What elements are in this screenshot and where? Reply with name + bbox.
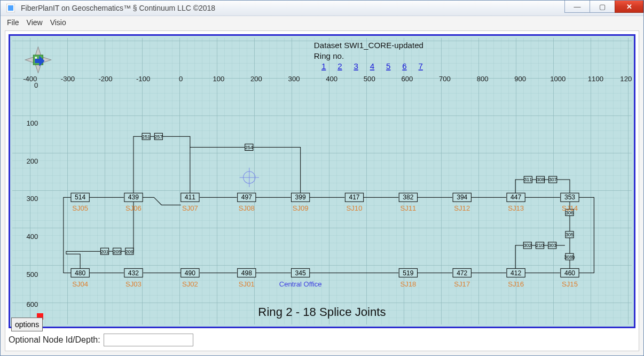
options-button[interactable]: options [11,318,43,331]
svg-text:700: 700 [439,75,451,83]
svg-text:SJ16: SJ16 [508,280,524,288]
svg-text:345: 345 [295,269,306,277]
ring-link-5[interactable]: 5 [386,61,390,71]
svg-text:417: 417 [349,194,359,201]
window-title: FiberPlanIT on Geoschematics™ § Continuu… [21,4,564,12]
svg-text:400: 400 [27,233,38,241]
svg-text:302: 302 [523,243,531,248]
svg-text:900: 900 [514,75,526,83]
menu-file[interactable]: File [7,18,19,27]
node-depth-input[interactable] [104,334,193,346]
svg-text:1200: 1200 [620,75,632,83]
svg-text:519: 519 [403,269,413,277]
svg-text:0: 0 [34,81,38,89]
ring-links: 1 2 3 4 5 6 7 [321,61,423,71]
svg-text:100: 100 [213,75,224,83]
svg-text:400: 400 [326,75,337,83]
svg-text:308b: 308b [564,254,575,260]
svg-text:472: 472 [457,269,467,277]
footer-bar: Optional Node Id/Depth: [9,332,635,347]
svg-text:200: 200 [250,75,262,83]
svg-text:460: 460 [564,269,575,277]
menubar: File View Visio [1,16,643,29]
svg-text:SJ18: SJ18 [400,280,416,288]
menu-visio[interactable]: Visio [50,18,66,27]
svg-text:432: 432 [128,269,139,277]
svg-text:1000: 1000 [550,75,566,83]
svg-text:254: 254 [245,145,253,150]
svg-text:600: 600 [27,300,38,308]
schematic-svg: Dataset SWI1_CORE-updated Ring no. 1 2 3… [12,38,632,324]
nodes-bottom: 480SJ04 432SJ03 490SJ02 498SJ01 345Centr… [71,268,579,288]
ring-link-6[interactable]: 6 [402,61,406,71]
svg-text:498: 498 [241,269,252,277]
svg-text:SJ11: SJ11 [400,204,416,212]
titlebar[interactable]: FiberPlanIT on Geoschematics™ § Continuu… [1,1,643,16]
svg-text:SJ03: SJ03 [125,280,142,288]
svg-text:800: 800 [477,75,489,83]
y-axis-ticks: 0 100 200 300 400 500 600 [27,81,38,308]
svg-text:303: 303 [548,243,556,248]
x-axis-ticks: -400 -300 -200 -100 0 100 200 300 400 50… [23,75,632,83]
close-button[interactable]: ✕ [615,1,643,13]
chart-caption: Ring 2 - 18 Splice Joints [258,305,386,319]
app-icon [1,4,21,12]
maximize-icon: ▢ [599,3,606,11]
svg-text:394: 394 [457,194,467,201]
svg-text:SJ05: SJ05 [72,204,88,212]
compass-icon [25,47,51,73]
svg-text:0: 0 [179,75,183,83]
node-depth-label: Optional Node Id/Depth: [9,335,100,345]
svg-text:439: 439 [128,194,139,201]
maximize-button[interactable]: ▢ [590,1,615,13]
window-controls: — ▢ ✕ [564,1,643,16]
ring-link-4[interactable]: 4 [370,61,374,71]
svg-text:1100: 1100 [588,75,603,83]
svg-text:SJ17: SJ17 [454,280,470,288]
svg-text:SJ08: SJ08 [239,204,255,212]
svg-text:497: 497 [241,194,252,201]
svg-text:311: 311 [524,177,532,182]
svg-rect-1 [8,5,13,11]
nodes-top: 514SJ05 439SJ06 411SJ07 497SJ08 399SJ09 … [71,193,579,212]
svg-text:307: 307 [549,177,557,182]
ring-link-2[interactable]: 2 [337,61,342,71]
svg-text:600: 600 [401,75,413,83]
ring-link-1[interactable]: 1 [321,61,326,71]
svg-text:209: 209 [125,249,133,254]
svg-text:100: 100 [27,119,38,127]
svg-text:251: 251 [142,134,150,140]
close-icon: ✕ [626,3,632,11]
svg-text:SJ14: SJ14 [562,204,578,212]
plot-canvas[interactable]: Dataset SWI1_CORE-updated Ring no. 1 2 3… [12,38,632,324]
svg-text:500: 500 [364,75,375,83]
svg-text:SJ15: SJ15 [562,280,578,288]
svg-text:305: 305 [566,232,574,237]
svg-text:SJ13: SJ13 [508,204,524,212]
svg-text:411: 411 [185,194,195,201]
svg-text:300: 300 [27,195,38,203]
svg-text:257: 257 [154,134,162,140]
svg-text:Central Office: Central Office [279,280,322,288]
svg-text:-100: -100 [136,75,150,83]
menu-view[interactable]: View [27,18,43,27]
svg-text:480: 480 [75,269,85,277]
svg-text:412: 412 [511,269,521,277]
svg-text:490: 490 [185,269,195,277]
ring-link-3[interactable]: 3 [354,61,358,71]
svg-text:SJ10: SJ10 [347,204,363,212]
svg-text:201: 201 [100,249,108,254]
crosshair-icon [240,168,259,187]
application-window: FiberPlanIT on Geoschematics™ § Continuu… [0,0,644,356]
minimize-button[interactable]: — [564,1,590,13]
small-nodes: 251 257 254 201 205 209 311 308 307 306 … [100,133,575,260]
svg-text:353: 353 [564,194,575,201]
svg-text:SJ04: SJ04 [72,280,88,288]
client-area: Dataset SWI1_CORE-updated Ring no. 1 2 3… [5,30,639,351]
dataset-label: Dataset SWI1_CORE-updated [314,41,423,50]
svg-text:205: 205 [113,249,121,254]
plot-frame: Dataset SWI1_CORE-updated Ring no. 1 2 3… [9,34,635,328]
ring-link-7[interactable]: 7 [419,61,423,71]
svg-text:500: 500 [27,270,38,278]
svg-text:SJ02: SJ02 [182,280,198,288]
